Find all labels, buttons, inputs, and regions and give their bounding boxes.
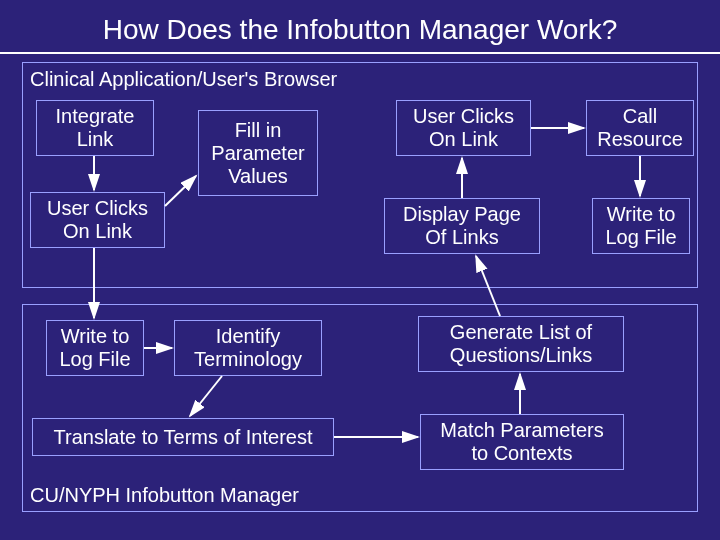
node-user-clicks-2: User ClicksOn Link — [396, 100, 531, 156]
node-user-clicks-1: User ClicksOn Link — [30, 192, 165, 248]
frame-browser — [22, 62, 698, 288]
frame-browser-label: Clinical Application/User's Browser — [30, 68, 337, 91]
node-call-resource: CallResource — [586, 100, 694, 156]
node-fill-params: Fill inParameterValues — [198, 110, 318, 196]
node-translate: Translate to Terms of Interest — [32, 418, 334, 456]
frame-manager-label: CU/NYPH Infobutton Manager — [30, 484, 299, 507]
slide-title: How Does the Infobutton Manager Work? — [0, 14, 720, 54]
node-display-page: Display PageOf Links — [384, 198, 540, 254]
node-identify-terminology: IdentifyTerminology — [174, 320, 322, 376]
node-match-params: Match Parametersto Contexts — [420, 414, 624, 470]
node-generate-list: Generate List ofQuestions/Links — [418, 316, 624, 372]
node-write-log-1: Write toLog File — [592, 198, 690, 254]
node-integrate-link: IntegrateLink — [36, 100, 154, 156]
node-write-log-2: Write toLog File — [46, 320, 144, 376]
